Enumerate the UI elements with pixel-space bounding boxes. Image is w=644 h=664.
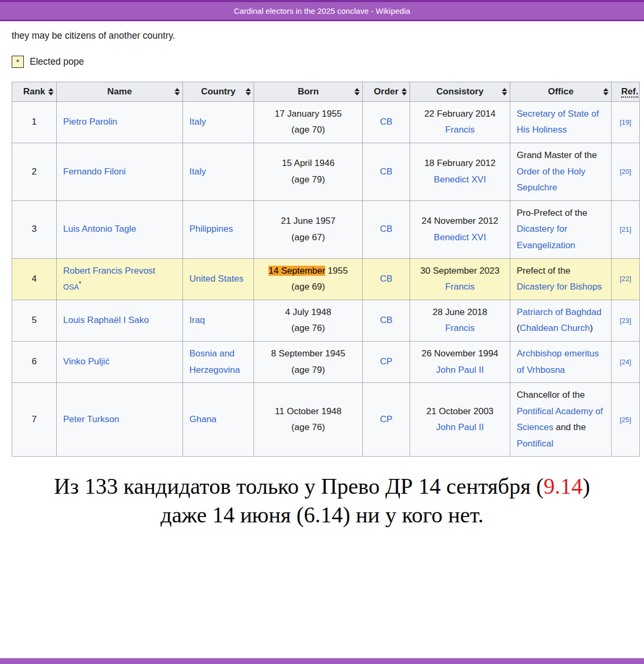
text-run: 8 September 1945 (271, 348, 345, 359)
link[interactable]: John Paul II (436, 422, 484, 432)
column-header-rank[interactable]: Rank (12, 82, 57, 102)
cell-name: Peter Turkson (57, 383, 183, 457)
link[interactable]: Benedict XVI (434, 232, 486, 242)
link[interactable]: Louis Raphaël I Sako (63, 315, 149, 325)
link[interactable]: Francis (445, 282, 475, 292)
cell-born: 17 January 1955(age 70) (254, 101, 363, 143)
link[interactable]: Chaldean Church (520, 323, 590, 333)
sort-icon (603, 88, 608, 95)
column-header-country[interactable]: Country (183, 82, 254, 102)
table-body: 1Pietro ParolinItaly17 January 1955(age … (12, 101, 640, 457)
text-run: 5 (32, 315, 37, 325)
link[interactable]: United States (189, 274, 243, 284)
link[interactable]: CB (380, 224, 393, 234)
cell-name: Robert Francis PrevostOSA* (57, 258, 183, 300)
link[interactable]: [25] (620, 416, 631, 424)
cell-office: Patriarch of Baghdad (Chaldean Church) (510, 300, 612, 341)
link[interactable]: Italy (189, 117, 206, 127)
text-run: Grand Master of the (517, 150, 597, 160)
elected-pope-color-swatch: * (12, 56, 24, 68)
column-header-consistory[interactable]: Consistory (410, 82, 510, 102)
link[interactable]: Pontifical (517, 439, 553, 449)
cell-office: Chancellor of the Pontifical Academy of … (510, 383, 612, 457)
link[interactable]: Order of the Holy Sepulchre (517, 167, 585, 193)
cell-country: Ghana (183, 383, 254, 457)
link[interactable]: Philippines (189, 224, 233, 234)
link[interactable]: Francis (445, 125, 475, 135)
table-row: 7Peter TurksonGhana11 October 1948(age 7… (12, 383, 640, 457)
link[interactable]: Robert Francis Prevost (63, 266, 155, 276)
link[interactable]: Archbishop emeritus of Vrhbosna (517, 348, 599, 375)
cell-country: Iraq (183, 300, 254, 341)
cell-rank: 4 (12, 258, 57, 300)
cell-ref: [21] (612, 200, 640, 258)
column-label: Consistory (437, 86, 484, 97)
cell-born: 14 September 1955(age 69) (254, 258, 363, 300)
cell-ref: [19] (612, 101, 640, 143)
link[interactable]: OSA (63, 283, 79, 291)
column-label: Order (374, 86, 398, 97)
link[interactable]: [22] (620, 275, 631, 283)
link[interactable]: CB (380, 117, 393, 127)
cell-consistory: 21 October 2003John Paul II (410, 383, 510, 457)
text-run: 30 September 2023 (420, 266, 499, 276)
link[interactable]: CP (380, 414, 393, 424)
link[interactable]: [20] (620, 168, 631, 176)
table-row: 6Vinko PuljićBosnia and Herzegovina8 Sep… (12, 341, 640, 382)
column-header-name[interactable]: Name (57, 82, 183, 102)
text-run: (age 79) (291, 174, 325, 185)
cell-born: 4 July 1948(age 76) (254, 300, 363, 341)
cell-country: Italy (183, 101, 254, 143)
cell-order: CB (363, 300, 410, 341)
column-header-ref: Ref. (612, 82, 640, 102)
table-row: 5Louis Raphaël I SakoIraq4 July 1948(age… (12, 300, 640, 341)
link[interactable]: [24] (620, 358, 631, 366)
table-row: 2Fernando FiloniItaly15 April 1946(age 7… (12, 143, 640, 200)
cell-born: 15 April 1946(age 79) (254, 143, 363, 200)
cell-office: Secretary of State of His Holiness (510, 101, 612, 143)
column-header-office[interactable]: Office (510, 82, 612, 102)
link[interactable]: Patriarch of Baghdad (517, 307, 602, 317)
sort-icon (48, 88, 54, 95)
sort-icon (354, 88, 360, 95)
link[interactable]: Ghana (189, 414, 216, 424)
text-run: Pro-Prefect of the (517, 208, 587, 218)
cell-country: Bosnia and Herzegovina (183, 341, 254, 382)
column-label: Country (201, 86, 236, 97)
link[interactable]: Pietro Parolin (63, 117, 117, 127)
text-run: 26 November 1994 (422, 348, 499, 359)
page-content: they may be citizens of another country.… (0, 30, 644, 457)
link[interactable]: CB (380, 315, 393, 325)
link[interactable]: [23] (620, 317, 631, 325)
link[interactable]: [21] (620, 225, 631, 233)
text-run: (age 70) (291, 125, 325, 135)
link[interactable]: Fernando Filoni (63, 167, 126, 177)
text-run: 4 July 1948 (285, 307, 332, 317)
caption-red-number: 9.14 (544, 474, 583, 499)
link[interactable]: Vinko Puljić (63, 356, 110, 366)
link[interactable]: CB (380, 167, 393, 177)
link[interactable]: John Paul II (436, 365, 484, 375)
cell-rank: 7 (12, 383, 57, 457)
link[interactable]: CP (380, 356, 393, 366)
text-run: * (79, 280, 82, 287)
column-header-order[interactable]: Order (363, 82, 410, 102)
link[interactable]: CB (380, 274, 393, 284)
text-run: 1955 (325, 266, 348, 276)
link[interactable]: Luis Antonio Tagle (63, 224, 136, 234)
link[interactable]: Dicastery for Evangelization (517, 224, 576, 250)
link[interactable]: Secretary of State of His Holiness (517, 109, 599, 135)
link[interactable]: Bosnia and Herzegovina (189, 348, 240, 375)
link[interactable]: Peter Turkson (63, 414, 119, 424)
cell-consistory: 24 November 2012Benedict XVI (410, 200, 510, 258)
column-header-born[interactable]: Born (254, 82, 363, 102)
link[interactable]: Benedict XVI (434, 174, 486, 185)
text-run: 15 April 1946 (282, 158, 334, 168)
cell-ref: [23] (612, 300, 640, 341)
link[interactable]: Italy (189, 167, 206, 177)
link[interactable]: Francis (445, 323, 475, 333)
cell-rank: 1 (12, 101, 57, 143)
link[interactable]: [19] (620, 118, 631, 126)
link[interactable]: Dicastery for Bishops (517, 282, 602, 292)
link[interactable]: Iraq (189, 315, 205, 325)
